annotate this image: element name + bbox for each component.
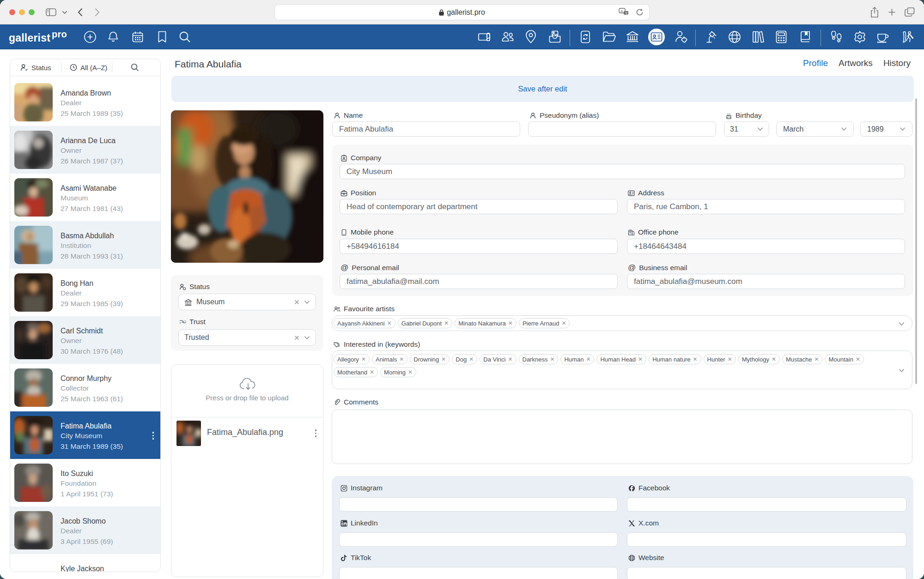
svg-text:A: A: [620, 9, 623, 13]
svg-text:文: 文: [625, 12, 628, 15]
